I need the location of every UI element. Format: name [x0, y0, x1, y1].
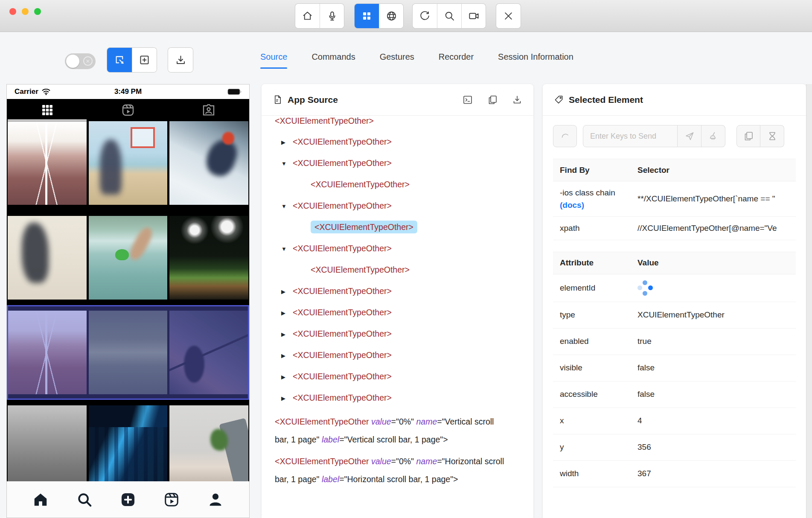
download-icon[interactable]	[512, 95, 522, 105]
nav-profile[interactable]	[207, 492, 224, 508]
find-by-row[interactable]: xpath//XCUIElementTypeOther[@name="Ve	[553, 217, 796, 240]
xml-segment: <XCUIElementTypeOther	[275, 417, 371, 426]
caret-down-icon[interactable]: ▼	[281, 153, 293, 174]
tree-node[interactable]: ▶<XCUIElementTypeOther>	[275, 366, 527, 387]
traffic-lights	[9, 8, 41, 15]
device-screenshot[interactable]: Carrier 3:49 PM	[6, 84, 250, 518]
inspector-button[interactable]	[355, 4, 379, 28]
home-button[interactable]	[295, 4, 320, 28]
photo-skier[interactable]	[169, 121, 248, 205]
photo-grass[interactable]	[89, 311, 168, 394]
photo-deadlift[interactable]	[169, 311, 248, 394]
quit-session-button[interactable]	[496, 4, 521, 28]
caret-right-icon[interactable]: ▶	[281, 345, 293, 366]
window-scrollbar[interactable]	[806, 84, 812, 518]
wait-for-element-button[interactable]	[760, 125, 784, 147]
caret-down-icon[interactable]: ▼	[281, 196, 293, 217]
selected-element-panel: Selected Element Find BySelector-ios cla…	[543, 84, 806, 518]
nav-create[interactable]	[120, 492, 136, 508]
nav-search[interactable]	[76, 492, 93, 508]
photo-track[interactable]	[8, 121, 87, 205]
tab-recorder[interactable]: Recorder	[439, 52, 474, 69]
tree-node[interactable]: ▶<XCUIElementTypeOther>	[275, 281, 527, 302]
clear-button[interactable]	[701, 125, 725, 147]
photo-stadium[interactable]	[169, 216, 248, 300]
tab-reels[interactable]	[87, 99, 168, 121]
tree-node[interactable]: ▼<XCUIElementTypeOther>	[275, 217, 527, 238]
docs-link[interactable]: (docs)	[560, 200, 631, 211]
screenshot-interaction-toggle[interactable]: ✕	[65, 53, 96, 69]
tab-grid[interactable]	[7, 99, 87, 121]
zoom-window-button[interactable]	[34, 8, 41, 15]
tree-node[interactable]: ▼<XCUIElementTypeOther>	[275, 238, 527, 259]
record-button[interactable]	[461, 4, 486, 28]
window-titlebar	[0, 0, 812, 32]
caret-right-icon[interactable]: ▶	[281, 324, 293, 345]
photo-grid-row	[8, 405, 248, 481]
tree-node-expanded[interactable]: <XCUIElementTypeOther value="0%" name="V…	[275, 413, 507, 448]
caret-right-icon[interactable]: ▶	[281, 132, 293, 153]
photo-swimmer[interactable]	[89, 216, 168, 300]
tap-element-icon	[560, 131, 570, 141]
terminal-icon[interactable]	[463, 95, 473, 105]
photo-track-tinted[interactable]	[8, 311, 87, 394]
attribute-row: elementId	[553, 274, 796, 302]
tree-node-expanded[interactable]: <XCUIElementTypeOther value="0%" name="H…	[275, 452, 507, 488]
find-by-header-row: Find BySelector	[553, 159, 796, 181]
tree-node[interactable]: ▼<XCUIElementTypeOther>	[275, 153, 527, 174]
select-element-button[interactable]	[107, 48, 132, 72]
tree-node[interactable]: ▶<XCUIElementTypeOther>	[275, 345, 527, 366]
caret-down-icon[interactable]: ▼	[281, 239, 293, 259]
tap-element-button[interactable]	[553, 125, 577, 147]
nav-home[interactable]	[32, 492, 49, 508]
nav-reels[interactable]	[163, 492, 180, 508]
app-source-title: App Source	[288, 95, 338, 105]
caret-right-icon[interactable]: ▶	[281, 388, 293, 409]
photo-sprinters[interactable]	[8, 405, 87, 481]
send-keys-input[interactable]	[583, 125, 678, 147]
tree-node[interactable]: ▶<XCUIElementTypeOther>	[275, 323, 527, 345]
close-window-button[interactable]	[9, 8, 16, 15]
tree-node[interactable]: ▼<XCUIElementTypeOther>	[275, 174, 527, 195]
photo-dunk[interactable]	[8, 216, 87, 300]
photo-basketball-court[interactable]	[89, 121, 168, 205]
refresh-button[interactable]	[413, 4, 437, 28]
create-post-icon	[120, 492, 136, 508]
caret-right-icon[interactable]: ▶	[281, 281, 293, 302]
tree-node[interactable]: ▶<XCUIElementTypeOther>	[275, 387, 527, 409]
search-button[interactable]	[437, 4, 461, 28]
grid-icon	[361, 10, 373, 22]
tab-session-information[interactable]: Session Information	[498, 52, 573, 69]
photo-grid-row	[8, 121, 248, 205]
swipe-by-coordinates-button[interactable]	[132, 48, 157, 72]
caret-right-icon[interactable]: ▶	[281, 367, 293, 387]
tree-node[interactable]: ▼<XCUIElementTypeOther>	[275, 195, 527, 217]
photo-neon[interactable]	[89, 405, 168, 481]
tab-gestures[interactable]: Gestures	[380, 52, 414, 69]
tree-node[interactable]: ▼<XCUIElementTypeOther>	[275, 259, 527, 281]
caret-right-icon[interactable]: ▶	[281, 303, 293, 323]
minimize-window-button[interactable]	[22, 8, 29, 15]
download-screenshot-button[interactable]	[168, 48, 193, 72]
tree-node[interactable]: ▶<XCUIElementTypeOther>	[275, 131, 527, 153]
send-keys-button[interactable]	[678, 125, 701, 147]
node-label: <XCUIElementTypeOther>	[293, 244, 392, 253]
browser-button[interactable]	[379, 4, 403, 28]
xml-segment: name	[416, 457, 437, 466]
attribute-header-cell: Attribute	[553, 258, 631, 268]
tagged-photos-icon	[202, 103, 215, 117]
microphone-button[interactable]	[320, 4, 344, 28]
tree-node[interactable]: ▶<XCUIElementTypeOther>	[275, 302, 527, 323]
attribute-name-cell: type	[553, 310, 631, 320]
tab-tagged[interactable]	[169, 99, 249, 121]
photo-grid-row-selected	[8, 311, 248, 394]
copy-attributes-button[interactable]	[736, 125, 760, 147]
find-by-row[interactable]: -ios class chain(docs)**/XCUIElementType…	[553, 181, 796, 217]
home-icon	[302, 10, 313, 22]
tab-source[interactable]: Source	[260, 52, 287, 69]
tree-node[interactable]: <XCUIElementTypeOther>	[275, 116, 527, 131]
xml-segment: value	[371, 457, 391, 466]
photo-desk[interactable]	[169, 405, 248, 481]
copy-icon[interactable]	[487, 95, 498, 105]
tab-commands[interactable]: Commands	[311, 52, 355, 69]
